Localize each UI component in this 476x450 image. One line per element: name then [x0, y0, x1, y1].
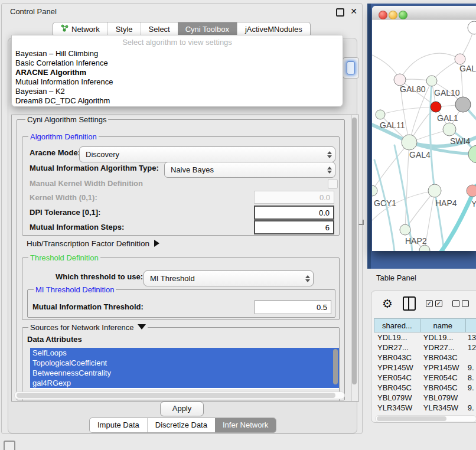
table-cell[interactable]: YBL079W	[374, 393, 420, 403]
minimized-panel-icon[interactable]	[4, 441, 15, 450]
network-node[interactable]	[394, 74, 406, 86]
tab-discretize-data[interactable]: Discretize Data	[147, 418, 215, 432]
attribute-list-scrollbar[interactable]	[333, 349, 338, 384]
table-row[interactable]: YBL079WYBL079W	[374, 393, 476, 403]
network-node[interactable]	[455, 54, 465, 64]
scrollbar-thumb[interactable]	[377, 416, 446, 421]
network-node[interactable]	[468, 21, 476, 34]
table-cell[interactable]: YPR145W	[420, 363, 465, 373]
network-node[interactable]	[428, 184, 441, 197]
column-header-shared[interactable]: shared...	[374, 318, 420, 332]
algorithm-option-dream8-dc-tdc-algorithm[interactable]: Dream8 DC_TDC Algorithm	[15, 96, 339, 106]
table-cell[interactable]: YDL19...	[420, 332, 465, 343]
network-node[interactable]	[455, 97, 471, 112]
hub-definition-toggle[interactable]: Hub/Transcription Factor Definition	[27, 239, 159, 248]
table-row[interactable]: YDL19...YDL19...13	[374, 332, 476, 343]
table-cell[interactable]: YDR27...	[374, 343, 420, 353]
table-row[interactable]: YPR145WYPR145W9.	[374, 363, 476, 373]
table-row[interactable]: YBR043CYBR043C	[374, 353, 476, 363]
attribute-item-gal4rgexp[interactable]: gal4RGexp	[30, 378, 339, 388]
settings-horizontal-scrollbar[interactable]	[14, 392, 345, 399]
table-cell[interactable]: 9.	[465, 363, 476, 373]
sources-toggle[interactable]: Sources for Network Inference	[28, 323, 148, 332]
table-row[interactable]: YIL052CYIL052C9.	[374, 413, 476, 414]
manual-kernel-width-checkbox[interactable]	[328, 179, 338, 189]
algorithm-option-mutual-information-inference[interactable]: Mutual Information Inference	[15, 77, 339, 87]
mi-steps-field[interactable]	[254, 220, 334, 234]
tab-infer-network[interactable]: Infer Network	[215, 418, 276, 432]
zoom-traffic-light-icon[interactable]	[399, 11, 407, 19]
algorithm-option-bayesian-k2[interactable]: Bayesian – K2	[15, 87, 339, 96]
gear-icon[interactable]: ⚙	[382, 298, 393, 309]
control-panel-titlebar[interactable]: Control Panel ✕	[2, 4, 362, 19]
apply-button[interactable]: Apply	[160, 402, 204, 416]
kernel-width-field[interactable]	[254, 191, 334, 204]
network-node[interactable]	[419, 245, 430, 251]
close-icon[interactable]: ✕	[350, 6, 357, 16]
table-cell[interactable]: YDR27...	[420, 343, 465, 353]
network-node[interactable]	[443, 123, 456, 136]
table-cell[interactable]: YIL052C	[420, 413, 465, 414]
table-cell[interactable]: YLR345W	[420, 403, 465, 413]
attribute-item-betweennesscentrality[interactable]: BetweennessCentrality	[30, 368, 339, 378]
float-window-icon[interactable]	[336, 8, 344, 17]
algorithm-option-basic-correlation-inference[interactable]: Basic Correlation Inference	[15, 58, 339, 68]
table-cell[interactable]: 9.	[465, 403, 476, 413]
table-cell[interactable]: YIL052C	[374, 413, 420, 414]
network-window-titlebar[interactable]	[372, 6, 476, 19]
network-node[interactable]	[468, 145, 476, 163]
table-cell[interactable]: YLR345W	[374, 403, 420, 413]
settings-vertical-scrollbar[interactable]	[351, 115, 359, 402]
table-cell[interactable]	[465, 353, 476, 363]
table-row[interactable]: YLR345WYLR345W9.	[374, 403, 476, 413]
aracne-mode-combo[interactable]: Discovery	[79, 146, 335, 162]
minimize-traffic-light-icon[interactable]	[389, 11, 397, 19]
table-cell[interactable]: YPR145W	[374, 363, 420, 373]
table-cell[interactable]: 8.	[465, 373, 476, 383]
table-cell[interactable]: YER054C	[420, 373, 465, 383]
network-canvas[interactable]: GALGAL80GAL10GAL1GAL11SWI4GAL4GCY1HAP4YH…	[372, 19, 476, 251]
network-node[interactable]	[402, 135, 417, 150]
unchecked-columns-icon[interactable]	[452, 300, 469, 307]
table-row[interactable]: YBR045CYBR045C9.	[374, 383, 476, 393]
table-cell[interactable]: YBR043C	[374, 353, 420, 363]
mi-threshold-field[interactable]	[255, 300, 331, 314]
table-cell[interactable]: 12	[465, 343, 476, 353]
table-cell[interactable]: 9.	[465, 383, 476, 393]
scrollbar-thumb[interactable]	[352, 118, 357, 384]
split-view-icon[interactable]	[403, 296, 416, 311]
column-header-extra[interactable]	[465, 318, 476, 332]
close-traffic-light-icon[interactable]	[379, 11, 387, 19]
table-row[interactable]: YDR27...YDR27...12	[374, 343, 476, 353]
column-header-name[interactable]: name	[420, 318, 465, 332]
mi-algorithm-type-combo[interactable]: Naive Bayes	[164, 162, 335, 178]
algorithm-option-aracne-algorithm[interactable]: ARACNE Algorithm	[15, 68, 339, 77]
table-cell[interactable]	[465, 393, 476, 403]
inference-algorithm-combo-fragment[interactable]	[343, 57, 359, 79]
which-threshold-combo[interactable]: MI Threshold	[144, 270, 314, 286]
tab-impute-data[interactable]: Impute Data	[90, 418, 147, 432]
table-cell[interactable]: YBR043C	[420, 353, 465, 363]
attribute-item-topologicalcoefficient[interactable]: TopologicalCoefficient	[30, 358, 339, 368]
table-row[interactable]: YER054CYER054C8.	[374, 373, 476, 383]
network-node[interactable]	[400, 224, 410, 235]
table-cell[interactable]: 9.	[465, 413, 476, 414]
table-cell[interactable]: 13	[465, 332, 476, 343]
network-node[interactable]	[467, 185, 476, 197]
dpi-tolerance-field[interactable]	[254, 206, 334, 220]
scrollbar-thumb[interactable]	[17, 393, 335, 398]
network-node[interactable]	[372, 185, 377, 196]
attribute-item-selfloops[interactable]: SelfLoops	[30, 348, 339, 358]
table-cell[interactable]: YER054C	[374, 373, 420, 383]
network-node[interactable]	[431, 102, 441, 112]
table-cell[interactable]: YBR045C	[374, 383, 420, 393]
table-cell[interactable]: YDL19...	[374, 332, 420, 343]
panel-resize-handle[interactable]	[358, 220, 364, 225]
network-node[interactable]	[376, 110, 385, 119]
checked-columns-icon[interactable]: ✓✓	[426, 300, 442, 307]
algorithm-option-bayesian-hill-climbing[interactable]: Bayesian – Hill Climbing	[15, 49, 339, 58]
table-cell[interactable]: YBR045C	[420, 383, 465, 393]
table-horizontal-scrollbar[interactable]	[375, 415, 476, 422]
network-node[interactable]	[426, 76, 437, 86]
table-cell[interactable]: YBL079W	[420, 393, 465, 403]
